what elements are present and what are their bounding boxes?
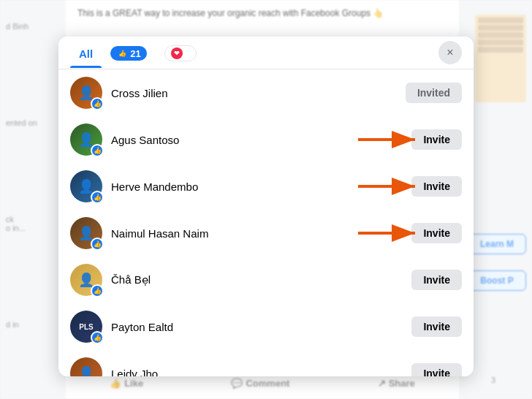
avatar-wrap-7: 👤 👍 (70, 357, 102, 376)
list-item: 👤 👍 Cross Jilien Invited (58, 69, 474, 116)
arrow-annotation-3 (358, 176, 424, 197)
invited-button-1: Invited (406, 83, 462, 103)
likes-badge: 👍 21 (110, 46, 146, 61)
avatar-wrap-1: 👤 👍 (70, 77, 102, 109)
loves-count: 1 (185, 48, 190, 59)
list-item: 👤 👍 Agus Santoso Invite (58, 116, 474, 163)
reaction-badge-6: 👍 (91, 331, 104, 344)
invite-button-5[interactable]: Invite (411, 270, 462, 290)
close-icon: × (446, 46, 453, 59)
reactions-modal: All 👍 21 ❤ 1 × 👤 👍 (58, 37, 474, 376)
user-name-7: Leidy Jho (111, 368, 403, 377)
reaction-badge-5: 👍 (91, 284, 104, 297)
avatar-7: 👤 (70, 357, 102, 376)
arrow-annotation-4 (358, 223, 424, 243)
reaction-badge-3: 👍 (91, 191, 104, 204)
avatar-wrap-5: 👤 👍 (70, 264, 102, 296)
heart-icon: ❤ (171, 48, 183, 59)
close-button[interactable]: × (438, 41, 462, 64)
avatar-wrap-4: 👤 👍 (70, 217, 102, 249)
reaction-badge-1: 👍 (91, 97, 104, 110)
tab-likes[interactable]: 👍 21 (102, 37, 155, 68)
tab-loves[interactable]: ❤ 1 (156, 37, 205, 69)
invite-button-7[interactable]: Invite (411, 363, 462, 376)
modal-tabs: All 👍 21 ❤ 1 × (58, 37, 474, 69)
list-item: PLS 👍 Payton Ealtd Invite (58, 303, 474, 350)
list-item: 👤 👍 Leidy Jho Invite (58, 350, 474, 376)
avatar-wrap-6: PLS 👍 (70, 311, 102, 343)
list-item: 👤 👍 Čhå Bẹl Invite (58, 256, 474, 303)
tab-all-label: All (79, 48, 93, 60)
list-item: 👤 👍 Naimul Hasan Naim Invite (58, 210, 474, 256)
invite-button-6[interactable]: Invite (411, 316, 462, 337)
avatar-text-6: PLS (79, 323, 93, 331)
reaction-badge-2: 👍 (91, 144, 104, 157)
avatar-icon-7: 👤 (78, 365, 94, 376)
arrow-annotation-2 (358, 129, 424, 150)
avatar-wrap-2: 👤 👍 (70, 123, 102, 156)
tab-all[interactable]: All (70, 39, 102, 67)
user-list: 👤 👍 Cross Jilien Invited 👤 👍 Agus Santos… (58, 69, 474, 376)
user-name-6: Payton Ealtd (111, 321, 403, 333)
avatar-wrap-3: 👤 👍 (70, 170, 102, 202)
reaction-badge-4: 👍 (91, 238, 104, 251)
loves-badge: ❤ 1 (164, 45, 197, 61)
like-icon: 👍 (116, 48, 128, 59)
list-item: 👤 👍 Herve Mandembo Invite (58, 163, 474, 210)
likes-count: 21 (130, 48, 140, 59)
user-name-1: Cross Jilien (111, 87, 397, 99)
user-name-5: Čhå Bẹl (111, 273, 403, 286)
